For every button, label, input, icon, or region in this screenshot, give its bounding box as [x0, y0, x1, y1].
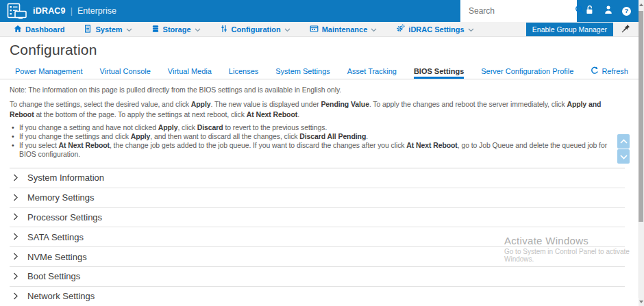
- chevron-right-icon: [13, 231, 18, 243]
- brand-title: iDRAC9 | Enterprise: [33, 6, 116, 16]
- storage-icon: [151, 25, 160, 34]
- chevron-right-icon: [13, 211, 18, 223]
- tab-virtual-media[interactable]: Virtual Media: [168, 67, 212, 79]
- accordion-label: SATA Settings: [27, 232, 84, 242]
- home-icon: [14, 25, 22, 34]
- tab-asset-tracking[interactable]: Asset Tracking: [347, 67, 397, 79]
- instruction-item: If you change a setting and have not cli…: [10, 123, 625, 132]
- scroll-to-top-button[interactable]: [617, 134, 630, 149]
- triangle-down-icon: [639, 301, 643, 303]
- tab-power-management[interactable]: Power Management: [15, 67, 82, 79]
- scroll-to-bottom-button[interactable]: [617, 149, 630, 164]
- accordion-label: Network Settings: [27, 291, 95, 301]
- instruction-list: If you change a setting and have not cli…: [10, 123, 625, 159]
- tab-bios-settings[interactable]: BIOS Settings: [414, 67, 464, 79]
- refresh-icon: [591, 66, 599, 76]
- refresh-button[interactable]: Refresh: [591, 66, 628, 79]
- tab-bar: Power Management Virtual Console Virtual…: [0, 64, 639, 79]
- pin-icon[interactable]: [621, 23, 630, 36]
- brand-edition: Enterprise: [77, 6, 116, 16]
- search-input[interactable]: [469, 6, 575, 16]
- help-icon[interactable]: ?: [622, 7, 631, 16]
- accordion-row-nvme-settings[interactable]: NVMe Settings: [10, 247, 625, 267]
- vertical-scrollbar-thumb[interactable]: [639, 11, 643, 222]
- idrac-logo-icon: [7, 3, 27, 19]
- chevron-right-icon: [13, 172, 18, 184]
- instruction-item: If you change the settings and click App…: [10, 132, 625, 141]
- accordion-row-processor-settings[interactable]: Processor Settings: [10, 208, 625, 228]
- intro-paragraph: To change the settings, select the desir…: [10, 99, 625, 120]
- accordion-row-system-information[interactable]: System Information: [10, 168, 625, 188]
- nav-label: Configuration: [232, 25, 281, 34]
- tab-server-configuration-profile[interactable]: Server Configuration Profile: [481, 67, 573, 79]
- nav-right-group: Enable Group Manager: [526, 23, 630, 36]
- chevron-down-icon: [284, 25, 290, 34]
- chevron-right-icon: [13, 270, 18, 283]
- system-icon: [84, 25, 92, 34]
- accordion-row-sata-settings[interactable]: SATA Settings: [10, 227, 625, 247]
- search-panel: [460, 0, 577, 22]
- bios-settings-accordion: System Information Memory Settings Proce…: [10, 168, 625, 306]
- nav-label: iDRAC Settings: [408, 25, 464, 34]
- scrollbar-down-arrow[interactable]: [639, 298, 644, 306]
- chevron-down-icon: [468, 25, 474, 34]
- nav-item-storage[interactable]: Storage: [151, 25, 201, 34]
- refresh-label: Refresh: [602, 67, 628, 75]
- user-icon[interactable]: [604, 5, 613, 17]
- scroll-to-buttons: [617, 134, 630, 164]
- brand-separator: |: [71, 6, 73, 16]
- tab-virtual-console[interactable]: Virtual Console: [99, 67, 150, 79]
- sliders-icon: [220, 25, 228, 34]
- tab-system-settings[interactable]: System Settings: [275, 67, 330, 79]
- nav-label: System: [95, 25, 122, 34]
- main-nav: Dashboard System: [0, 22, 639, 37]
- accordion-label: System Information: [27, 173, 104, 183]
- chevron-down-icon: [126, 25, 132, 34]
- accordion-label: Processor Settings: [27, 212, 102, 222]
- enable-group-manager-button[interactable]: Enable Group Manager: [526, 23, 613, 36]
- top-header: iDRAC9 | Enterprise: [0, 0, 639, 22]
- nav-item-dashboard[interactable]: Dashboard: [14, 25, 64, 34]
- instruction-item: If you select At Next Reboot, the change…: [10, 141, 625, 159]
- maintenance-icon: [310, 25, 319, 34]
- gear-icon: [396, 24, 405, 34]
- nav-label: Maintenance: [322, 25, 368, 34]
- brand-name: iDRAC9: [33, 6, 66, 16]
- page-title: Configuration: [10, 42, 639, 58]
- accordion-label: Memory Settings: [27, 192, 95, 203]
- idrac-app: iDRAC9 | Enterprise: [0, 0, 644, 306]
- accordion-label: NVMe Settings: [27, 252, 87, 262]
- bios-settings-panel: Note: The information on this page is pu…: [0, 79, 639, 306]
- page-note: Note: The information on this page is pu…: [10, 86, 625, 94]
- accordion-row-memory-settings[interactable]: Memory Settings: [10, 188, 625, 208]
- chevron-right-icon: [13, 290, 18, 303]
- main-content: Configuration Power Management Virtual C…: [0, 37, 639, 306]
- nav-item-idrac-settings[interactable]: iDRAC Settings: [396, 24, 473, 34]
- accordion-row-network-settings[interactable]: Network Settings: [10, 287, 625, 306]
- accordion-row-boot-settings[interactable]: Boot Settings: [10, 267, 625, 287]
- unlock-icon[interactable]: [584, 5, 595, 17]
- scrollbar-up-arrow[interactable]: [639, 0, 644, 10]
- nav-item-configuration[interactable]: Configuration: [220, 25, 290, 34]
- accordion-label: Boot Settings: [27, 271, 80, 281]
- nav-item-system[interactable]: System: [84, 25, 132, 34]
- chevron-right-icon: [13, 251, 18, 263]
- header-icon-group: ?: [577, 0, 639, 22]
- nav-label: Dashboard: [25, 25, 64, 34]
- tab-licenses[interactable]: Licenses: [229, 67, 258, 79]
- nav-item-maintenance[interactable]: Maintenance: [310, 25, 377, 34]
- chevron-down-icon: [371, 25, 377, 34]
- chevron-down-icon: [195, 25, 201, 34]
- chevron-right-icon: [13, 192, 18, 204]
- triangle-up-icon: [639, 3, 643, 6]
- nav-label: Storage: [163, 25, 191, 34]
